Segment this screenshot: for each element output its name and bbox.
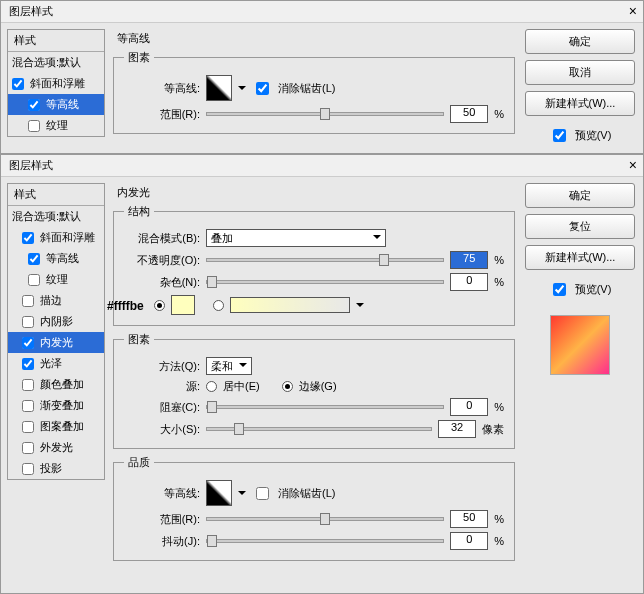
opacity-label: 不透明度(O): [124, 253, 200, 268]
gradoverlay-check[interactable] [22, 400, 34, 412]
blend-mode-select[interactable]: 叠加 [206, 229, 386, 247]
innerglow-check[interactable] [22, 337, 34, 349]
choke-slider[interactable] [206, 405, 444, 409]
antialias-check[interactable] [256, 487, 269, 500]
styles-panel: 样式 混合选项:默认 斜面和浮雕 等高线 纹理 描边 内阴影 内发光 光泽 颜色… [7, 183, 105, 480]
source-center-label: 居中(E) [223, 379, 260, 394]
noise-value[interactable]: 0 [450, 273, 488, 291]
bevel-check[interactable] [12, 78, 24, 90]
noise-slider[interactable] [206, 280, 444, 284]
row-label: 纹理 [46, 272, 68, 287]
style-outerglow[interactable]: 外发光 [8, 437, 104, 458]
bevel-check[interactable] [22, 232, 34, 244]
gradient-dropdown-icon[interactable] [356, 303, 364, 311]
style-innershadow[interactable]: 内阴影 [8, 311, 104, 332]
range-slider[interactable] [206, 517, 444, 521]
style-satin[interactable]: 光泽 [8, 353, 104, 374]
innershadow-check[interactable] [22, 316, 34, 328]
contour-check[interactable] [28, 253, 40, 265]
contour-dropdown-icon[interactable] [238, 86, 246, 94]
noise-label: 杂色(N): [124, 275, 200, 290]
ok-button[interactable]: 确定 [525, 183, 635, 208]
styles-header[interactable]: 样式 [8, 30, 104, 52]
title-text: 图层样式 [9, 159, 53, 171]
range-value[interactable]: 50 [450, 105, 488, 123]
style-patternoverlay[interactable]: 图案叠加 [8, 416, 104, 437]
color-radio[interactable] [154, 300, 165, 311]
style-bevel[interactable]: 斜面和浮雕 [8, 73, 104, 94]
source-edge-label: 边缘(G) [299, 379, 337, 394]
style-dropshadow[interactable]: 投影 [8, 458, 104, 479]
contour-label: 等高线 [46, 97, 79, 112]
method-value: 柔和 [211, 359, 233, 374]
contour-thumbnail[interactable] [206, 75, 232, 101]
contour-check[interactable] [28, 99, 40, 111]
style-contour[interactable]: 等高线 [8, 94, 104, 115]
texture-check[interactable] [28, 274, 40, 286]
satin-check[interactable] [22, 358, 34, 370]
preview-check[interactable] [553, 283, 566, 296]
size-value[interactable]: 32 [438, 420, 476, 438]
row-label: 等高线 [46, 251, 79, 266]
button-column: 确定 取消 新建样式(W)... 预览(V) [523, 29, 637, 149]
main-area: 内发光 结构 混合模式(B): 叠加 不透明度(O): 75 % 杂色(N): … [113, 183, 515, 567]
group-quality-legend: 品质 [124, 455, 154, 470]
jitter-value[interactable]: 0 [450, 532, 488, 550]
style-texture[interactable]: 纹理 [8, 269, 104, 290]
preview-check[interactable] [553, 129, 566, 142]
style-bevel[interactable]: 斜面和浮雕 [8, 227, 104, 248]
preview-label: 预览(V) [575, 128, 612, 143]
blend-mode-label: 混合模式(B): [124, 231, 200, 246]
size-slider[interactable] [206, 427, 432, 431]
patternoverlay-check[interactable] [22, 421, 34, 433]
group-tusu: 图素 方法(Q): 柔和 源: 居中(E) 边缘(G) 阻塞(C): 0 [113, 332, 515, 449]
styles-header[interactable]: 样式 [8, 184, 104, 206]
section-title: 等高线 [117, 31, 515, 46]
style-contour[interactable]: 等高线 [8, 248, 104, 269]
source-edge-radio[interactable] [282, 381, 293, 392]
style-innerglow[interactable]: 内发光 [8, 332, 104, 353]
contour-thumbnail[interactable] [206, 480, 232, 506]
range-slider[interactable] [206, 112, 444, 116]
reset-button[interactable]: 复位 [525, 214, 635, 239]
range-value[interactable]: 50 [450, 510, 488, 528]
main-area: 等高线 图素 等高线: 消除锯齿(L) 范围(R): 50 % [113, 29, 515, 140]
blend-defaults-row[interactable]: 混合选项:默认 [8, 52, 104, 73]
section-title: 内发光 [117, 185, 515, 200]
gradient-radio[interactable] [213, 300, 224, 311]
dropshadow-check[interactable] [22, 463, 34, 475]
style-gradoverlay[interactable]: 渐变叠加 [8, 395, 104, 416]
gradient-swatch[interactable] [230, 297, 350, 313]
style-stroke[interactable]: 描边 [8, 290, 104, 311]
coloroverlay-check[interactable] [22, 379, 34, 391]
contour-dropdown-icon[interactable] [238, 491, 246, 499]
antialias-check[interactable] [256, 82, 269, 95]
jitter-slider[interactable] [206, 539, 444, 543]
stroke-check[interactable] [22, 295, 34, 307]
ok-button[interactable]: 确定 [525, 29, 635, 54]
style-coloroverlay[interactable]: 颜色叠加 [8, 374, 104, 395]
close-icon[interactable]: × [629, 3, 637, 19]
percent: % [494, 108, 504, 120]
opacity-slider[interactable] [206, 258, 444, 262]
method-select[interactable]: 柔和 [206, 357, 252, 375]
choke-value[interactable]: 0 [450, 398, 488, 416]
blend-defaults-row[interactable]: 混合选项:默认 [8, 206, 104, 227]
source-center-radio[interactable] [206, 381, 217, 392]
px-label: 像素 [482, 422, 504, 437]
texture-check[interactable] [28, 120, 40, 132]
group-tusu-legend: 图素 [124, 332, 154, 347]
group-structure: 结构 混合模式(B): 叠加 不透明度(O): 75 % 杂色(N): 0 % [113, 204, 515, 326]
style-texture[interactable]: 纹理 [8, 115, 104, 136]
preview-label: 预览(V) [575, 282, 612, 297]
newstyle-button[interactable]: 新建样式(W)... [525, 245, 635, 270]
row-label: 外发光 [40, 440, 73, 455]
opacity-value[interactable]: 75 [450, 251, 488, 269]
layer-style-dialog-contour: 图层样式 × 样式 混合选项:默认 斜面和浮雕 等高线 纹理 等高线 图素 等高… [0, 0, 644, 154]
newstyle-button[interactable]: 新建样式(W)... [525, 91, 635, 116]
color-swatch[interactable] [171, 295, 195, 315]
cancel-button[interactable]: 取消 [525, 60, 635, 85]
styles-panel: 样式 混合选项:默认 斜面和浮雕 等高线 纹理 [7, 29, 105, 137]
close-icon[interactable]: × [629, 157, 637, 173]
outerglow-check[interactable] [22, 442, 34, 454]
